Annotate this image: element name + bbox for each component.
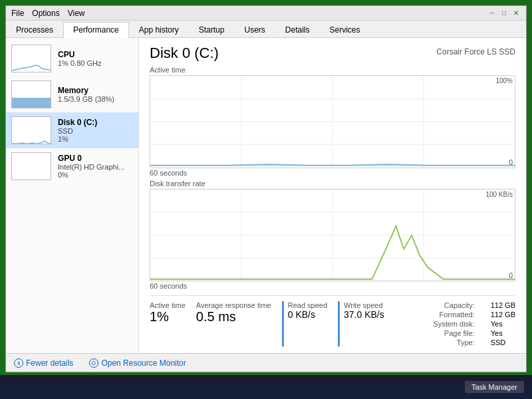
chart-transfer-section: Disk transfer rate 100 KB/s 0 — [150, 180, 515, 291]
capacity-value: 112 GB — [491, 301, 515, 309]
menu-file[interactable]: File — [11, 9, 24, 18]
type-value: SSD — [491, 338, 515, 346]
taskbar-task-manager[interactable]: Task Manager — [465, 381, 524, 393]
tab-performance[interactable]: Performance — [63, 22, 129, 38]
gpu-label: GPU 0 Intel(R) HD Graphi... 0% — [58, 154, 124, 179]
tab-users[interactable]: Users — [234, 22, 275, 37]
tab-app-history[interactable]: App history — [129, 22, 189, 37]
chart1-top-value: 100% — [495, 77, 513, 84]
resource-monitor-link[interactable]: ⊙ Open Resource Monitor — [89, 358, 186, 368]
close-button[interactable]: ✕ — [511, 9, 521, 18]
tab-startup[interactable]: Startup — [189, 22, 235, 37]
tab-processes[interactable]: Processes — [6, 22, 63, 37]
stat-active-time: Active time 1% — [150, 301, 186, 346]
active-time-value: 1% — [150, 309, 186, 325]
tabs-bar: Processes Performance App history Startu… — [6, 21, 526, 38]
avg-response-label: Average response time — [196, 301, 271, 309]
detail-header: Disk 0 (C:) Corsair Force LS SSD — [150, 45, 515, 62]
resource-monitor-icon: ⊙ — [89, 358, 98, 368]
minimize-button[interactable]: ─ — [487, 9, 497, 18]
disk-label: Disk 0 (C:) SSD 1% — [58, 118, 97, 143]
disk-subtitle2: 1% — [58, 135, 97, 143]
fewer-details-label: Fewer details — [26, 358, 73, 368]
taskbar: Task Manager — [0, 375, 532, 399]
stat-avg-response: Average response time 0.5 ms — [196, 301, 271, 346]
footer-bar: ∧ Fewer details ⊙ Open Resource Monitor — [6, 353, 526, 372]
disk-title: Disk 0 (C:) — [58, 118, 97, 127]
page-file-label: Page file: — [433, 329, 474, 337]
system-disk-value: Yes — [491, 320, 515, 328]
maximize-button[interactable]: □ — [499, 9, 509, 18]
menu-options[interactable]: Options — [32, 9, 59, 18]
page-file-value: Yes — [491, 329, 515, 337]
menu-bar: File Options View — [11, 9, 85, 18]
system-disk-label: System disk: — [433, 320, 474, 328]
speed-group: Read speed 0 KB/s Write speed 37.0 KB/s — [282, 301, 384, 346]
menu-view[interactable]: View — [68, 9, 85, 18]
formatted-label: Formatted: — [433, 311, 474, 319]
resource-monitor-label: Open Resource Monitor — [101, 358, 186, 368]
chart2-time: 60 seconds — [150, 282, 515, 290]
chart2-top-value: 100 KB/s — [485, 191, 513, 198]
chart1-label: Active time — [150, 66, 515, 74]
chart1-zero: 0 — [509, 159, 513, 166]
memory-title: Memory — [58, 86, 114, 95]
disk-subtitle: SSD — [58, 127, 97, 135]
window-controls: ─ □ ✕ — [487, 9, 521, 18]
chart1-time: 60 seconds — [150, 169, 515, 177]
task-manager-window: File Options View ─ □ ✕ Processes Perfor… — [5, 5, 527, 372]
sidebar-item-cpu[interactable]: CPU 1% 0.80 GHz — [6, 41, 138, 76]
active-time-label: Active time — [150, 301, 186, 309]
detail-panel: Disk 0 (C:) Corsair Force LS SSD Active … — [139, 38, 526, 353]
gpu-subtitle: Intel(R) HD Graphi... — [58, 163, 124, 171]
memory-subtitle: 1.5/3.9 GB (38%) — [58, 95, 114, 103]
sidebar-item-memory[interactable]: Memory 1.5/3.9 GB (38%) — [6, 76, 138, 112]
capacity-label: Capacity: — [433, 301, 474, 309]
chart-active-time-section: Active time 100% 0 — [150, 66, 515, 177]
tab-details[interactable]: Details — [275, 22, 320, 37]
cpu-title: CPU — [58, 50, 101, 59]
formatted-value: 112 GB — [491, 311, 515, 319]
memory-thumb — [11, 80, 51, 108]
tab-services[interactable]: Services — [320, 22, 370, 37]
chart2-box: 100 KB/s 0 — [150, 189, 515, 282]
main-content: CPU 1% 0.80 GHz Memory 1.5/3.9 GB (38%) — [6, 38, 526, 353]
stat-read-speed: Read speed 0 KB/s — [282, 301, 327, 346]
disk-thumb — [11, 116, 51, 144]
gpu-thumb — [11, 152, 51, 180]
sidebar-item-gpu[interactable]: GPU 0 Intel(R) HD Graphi... 0% — [6, 148, 138, 184]
chart-container: Active time 100% 0 — [150, 66, 515, 346]
stats-row: Active time 1% Average response time 0.5… — [150, 295, 515, 346]
gpu-subtitle2: 0% — [58, 171, 124, 179]
detail-title: Disk 0 (C:) — [150, 45, 219, 62]
read-speed-value: 0 KB/s — [288, 309, 327, 320]
sidebar-item-disk[interactable]: Disk 0 (C:) SSD 1% — [6, 112, 138, 148]
svg-rect-0 — [12, 98, 51, 108]
info-grid: Capacity: 112 GB Formatted: 112 GB Syste… — [433, 301, 515, 346]
fewer-details-icon: ∧ — [14, 358, 23, 368]
type-label: Type: — [433, 338, 474, 346]
chart1-box: 100% 0 — [150, 75, 515, 168]
avg-response-value: 0.5 ms — [196, 309, 271, 325]
stat-write-speed: Write speed 37.0 KB/s — [338, 301, 384, 346]
sidebar: CPU 1% 0.80 GHz Memory 1.5/3.9 GB (38%) — [6, 38, 139, 353]
cpu-subtitle: 1% 0.80 GHz — [58, 59, 101, 67]
chart2-label: Disk transfer rate — [150, 180, 515, 188]
title-bar: File Options View ─ □ ✕ — [6, 6, 526, 21]
cpu-thumb — [11, 45, 51, 72]
fewer-details-link[interactable]: ∧ Fewer details — [14, 358, 73, 368]
cpu-label: CPU 1% 0.80 GHz — [58, 50, 101, 67]
write-speed-label: Write speed — [344, 301, 384, 309]
gpu-title: GPU 0 — [58, 154, 124, 163]
write-speed-value: 37.0 KB/s — [344, 309, 384, 320]
read-speed-label: Read speed — [288, 301, 327, 309]
memory-label: Memory 1.5/3.9 GB (38%) — [58, 86, 114, 103]
chart2-zero: 0 — [509, 272, 513, 279]
detail-device: Corsair Force LS SSD — [436, 47, 515, 57]
